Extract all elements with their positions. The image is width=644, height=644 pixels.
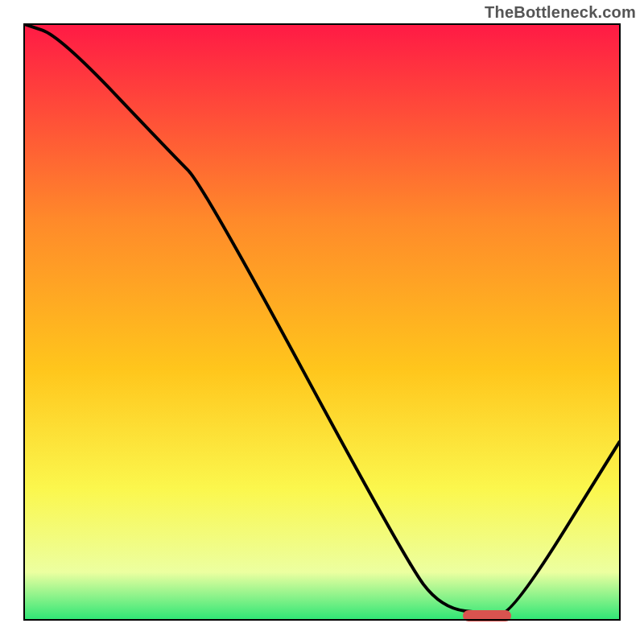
chart-stage: TheBottleneck.com (0, 0, 644, 644)
watermark-text: TheBottleneck.com (485, 3, 636, 22)
chart-svg (0, 0, 644, 644)
gradient-background (24, 24, 620, 620)
